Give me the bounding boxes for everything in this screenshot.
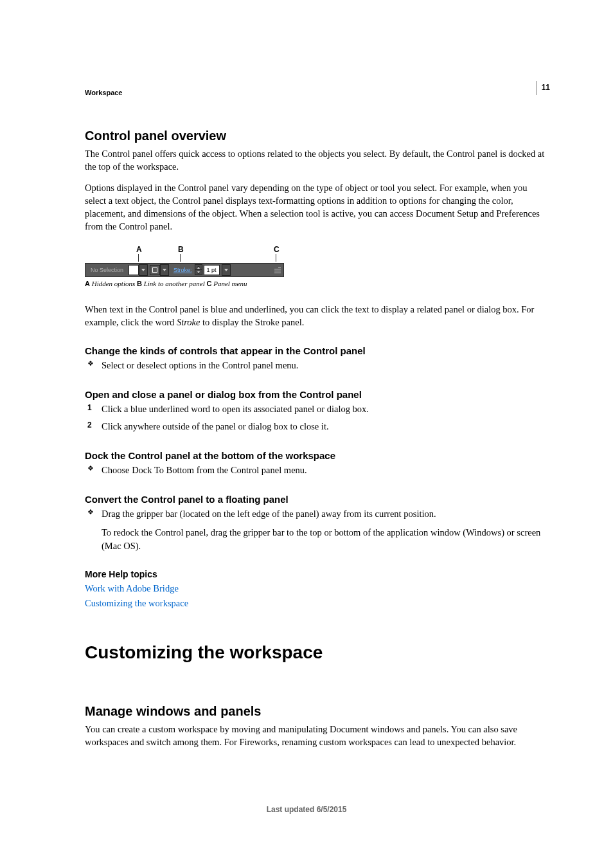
fill-dropdown[interactable]	[139, 264, 148, 276]
list-item: Drag the gripper bar (located on the lef…	[102, 507, 550, 521]
header-section-label: Workspace	[85, 89, 550, 96]
footer-last-updated: Last updated 6/5/2015	[0, 805, 613, 814]
callout-label-a: A	[136, 245, 142, 254]
body-paragraph: To redock the Control panel, drag the gr…	[102, 526, 550, 552]
help-link-adobe-bridge[interactable]: Work with Adobe Bridge	[85, 583, 550, 594]
body-paragraph: The Control panel offers quick access to…	[85, 147, 550, 174]
body-paragraph: When text in the Control panel is blue a…	[85, 303, 550, 329]
subheading-open-close-panel: Open and close a panel or dialog box fro…	[85, 389, 550, 400]
fill-swatch[interactable]	[129, 265, 139, 275]
callout-label-b: B	[178, 245, 184, 254]
stroke-swatch[interactable]	[150, 265, 160, 275]
stroke-weight-dropdown[interactable]	[222, 264, 231, 276]
figure-caption: A Hidden options B Link to another panel…	[85, 280, 550, 287]
list-item: Click a blue underlined word to open its…	[102, 402, 550, 416]
stroke-weight-value[interactable]: 1 pt	[204, 265, 220, 275]
body-paragraph: Options displayed in the Control panel v…	[85, 181, 550, 233]
subheading-convert-floating: Convert the Control panel to a floating …	[85, 494, 550, 505]
heading-manage-windows-panels: Manage windows and panels	[85, 704, 550, 719]
control-panel-bar: No Selection Stroke: 1 pt	[85, 263, 284, 277]
stroke-weight-stepper[interactable]	[195, 264, 202, 275]
list-item: Click anywhere outside of the panel or d…	[102, 420, 550, 433]
chapter-heading-customizing-workspace: Customizing the workspace	[85, 642, 550, 663]
more-help-heading: More Help topics	[85, 569, 550, 579]
list-item: Choose Dock To Bottom from the Control p…	[102, 464, 550, 477]
callout-label-c: C	[274, 245, 280, 254]
body-paragraph: You can create a custom workspace by mov…	[85, 723, 550, 749]
heading-control-panel-overview: Control panel overview	[85, 129, 550, 143]
stroke-dropdown[interactable]	[160, 264, 169, 276]
no-selection-label: No Selection	[85, 267, 129, 273]
subheading-dock-bottom: Dock the Control panel at the bottom of …	[85, 450, 550, 461]
page-number: 11	[536, 81, 550, 95]
subheading-change-controls: Change the kinds of controls that appear…	[85, 345, 550, 356]
figure-control-panel: A B C No Selection Stroke: 1 pt A Hidden…	[85, 245, 550, 287]
panel-menu-icon[interactable]	[271, 267, 283, 273]
list-item: Select or deselect options in the Contro…	[102, 359, 550, 372]
gripper-dots	[234, 265, 236, 275]
help-link-customizing-workspace[interactable]: Customizing the workspace	[85, 598, 550, 609]
stroke-link[interactable]: Stroke:	[171, 267, 195, 273]
